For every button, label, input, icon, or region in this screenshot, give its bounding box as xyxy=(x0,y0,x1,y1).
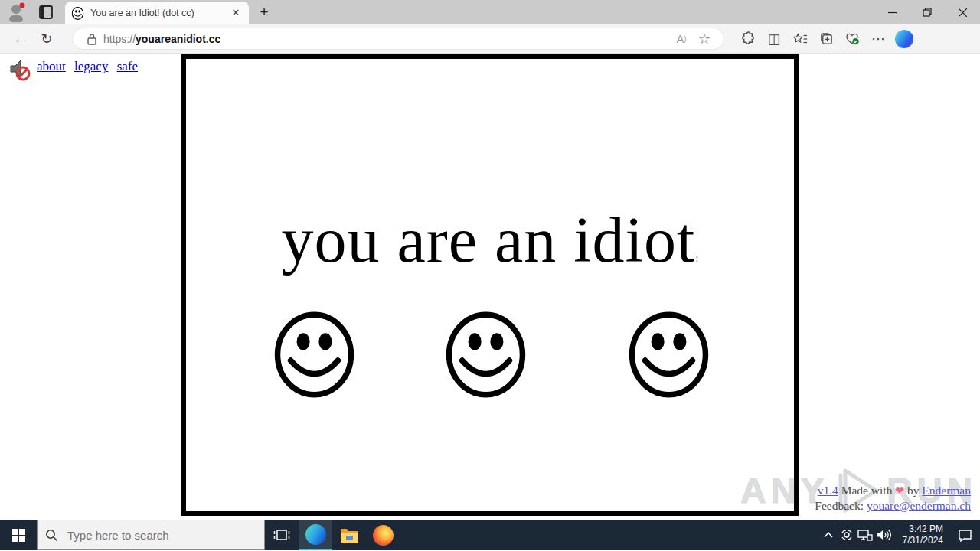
back-icon[interactable]: ← xyxy=(8,28,34,51)
file-explorer-icon[interactable] xyxy=(332,520,366,550)
extensions-icon[interactable] xyxy=(735,28,761,51)
address-bar[interactable]: https://youareanidiot.cc A) ☆ xyxy=(72,28,724,50)
browser-essentials-icon[interactable] xyxy=(839,28,865,51)
footer-credit-line: v1.4 Made with ❤ by Enderman xyxy=(815,483,971,498)
favorites-list-icon[interactable] xyxy=(787,28,813,51)
footer-feedback-line: Feedback: youare@enderman.ch xyxy=(815,498,971,514)
minimize-window-icon[interactable] xyxy=(874,0,910,24)
browser-titlebar: You are an Idiot! (dot cc) ✕ + xyxy=(0,0,980,24)
page-footer: v1.4 Made with ❤ by Enderman Feedback: y… xyxy=(815,483,971,514)
url-text: https://youareanidiot.cc xyxy=(103,33,220,45)
sandbox-agent-icon[interactable] xyxy=(838,520,856,550)
feedback-email-link[interactable]: youare@enderman.ch xyxy=(867,499,971,512)
smiley-face-icon xyxy=(273,311,355,398)
search-icon xyxy=(45,529,58,542)
firefox-icon[interactable] xyxy=(366,520,400,550)
close-tab-icon[interactable]: ✕ xyxy=(229,6,243,20)
task-view-icon[interactable] xyxy=(265,520,299,550)
copilot-icon[interactable] xyxy=(891,28,917,51)
network-icon[interactable] xyxy=(856,520,874,550)
windows-logo-icon xyxy=(12,529,25,542)
browser-tab[interactable]: You are an Idiot! (dot cc) ✕ xyxy=(65,2,249,24)
windows-taskbar: 3:42 PM 7/31/2024 xyxy=(0,520,980,550)
smiley-face-icon xyxy=(628,311,710,398)
close-window-icon[interactable] xyxy=(945,0,980,24)
smiley-face-icon xyxy=(445,311,527,398)
split-screen-icon[interactable]: ◫ xyxy=(761,28,787,51)
collections-icon[interactable] xyxy=(813,28,839,51)
action-center-icon[interactable] xyxy=(949,520,980,550)
tab-title: You are an Idiot! (dot cc) xyxy=(90,8,229,18)
refresh-icon[interactable]: ↻ xyxy=(34,28,60,51)
idiot-frame: you are an idiot! xyxy=(181,54,799,516)
legacy-link[interactable]: legacy xyxy=(74,59,108,73)
favorite-star-icon[interactable]: ☆ xyxy=(693,29,716,49)
clock-date: 7/31/2024 xyxy=(897,535,943,546)
author-link[interactable]: Enderman xyxy=(922,484,971,497)
browser-toolbar: ← ↻ https://youareanidiot.cc A) ☆ ◫ xyxy=(0,24,980,54)
system-tray: 3:42 PM 7/31/2024 xyxy=(819,520,980,550)
search-input[interactable] xyxy=(67,529,243,542)
page-headline: you are an idiot xyxy=(281,204,695,276)
profile-avatar-icon[interactable] xyxy=(6,2,28,22)
restore-window-icon[interactable] xyxy=(910,0,945,24)
read-aloud-icon[interactable]: A) xyxy=(670,29,693,49)
start-button[interactable] xyxy=(0,520,37,550)
taskbar-clock[interactable]: 3:42 PM 7/31/2024 xyxy=(897,523,943,546)
new-tab-button[interactable]: + xyxy=(256,4,273,21)
taskbar-edge-icon[interactable] xyxy=(299,520,332,550)
page-viewport: about legacy safe you are an idiot! ANY … xyxy=(0,54,980,520)
volume-icon[interactable] xyxy=(874,520,893,550)
headline-exclamation: ! xyxy=(695,253,698,264)
more-options-icon[interactable]: ⋯ xyxy=(865,28,891,51)
version-link[interactable]: v1.4 xyxy=(818,484,838,497)
clock-time: 3:42 PM xyxy=(897,523,943,535)
about-link[interactable]: about xyxy=(37,59,66,73)
taskbar-search[interactable] xyxy=(37,520,265,550)
lock-icon xyxy=(87,33,97,45)
safe-link[interactable]: safe xyxy=(117,59,138,73)
tab-actions-menu-icon[interactable] xyxy=(38,5,54,20)
muted-speaker-icon[interactable] xyxy=(8,57,32,82)
tray-chevron-up-icon[interactable] xyxy=(819,520,838,550)
page-nav-links: about legacy safe xyxy=(37,59,143,74)
heart-icon: ❤ xyxy=(895,484,904,497)
smiley-favicon-icon xyxy=(71,7,84,20)
